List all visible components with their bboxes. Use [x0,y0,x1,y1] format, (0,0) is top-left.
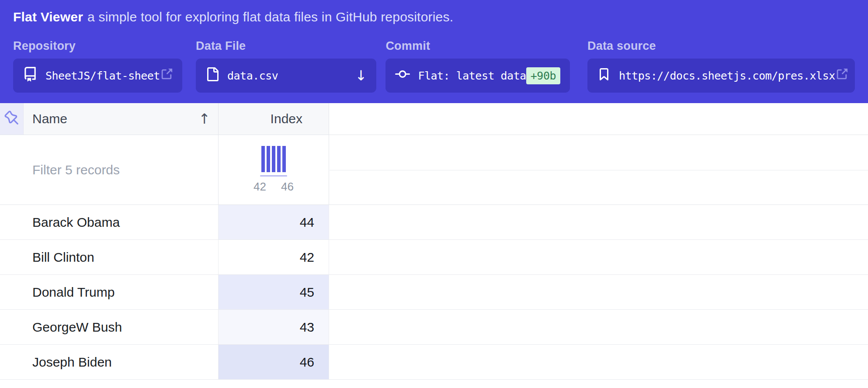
histogram-bar [282,146,286,172]
commit-icon [395,67,410,84]
table-row: Donald Trump 45 [0,275,868,310]
commit-diff-badge: +90b [526,67,560,84]
commit-button[interactable]: Flat: latest data +90b [385,59,570,93]
row-empty-area [329,275,868,309]
index-cell: 43 [219,310,329,344]
name-cell: Bill Clinton [0,240,219,274]
table-body: Barack Obama 44 Bill Clinton 42 Donald T… [0,205,868,380]
name-cell: GeorgeW Bush [0,310,219,344]
data-file-group: Data File data.csv ↓ [196,39,376,93]
histogram-bar [267,146,270,172]
data-source-url: https://docs.sheetjs.com/pres.xlsx [619,69,835,82]
pushpin-icon [4,111,19,127]
commit-message: Flat: latest data [418,69,526,82]
commit-group: Commit Flat: latest data +90b [385,39,570,93]
bookmark-icon [597,67,611,84]
repository-button[interactable]: SheetJS/flat-sheet [13,59,182,93]
grid-line [330,170,868,170]
row-empty-area [329,240,868,274]
histogram-bar [277,146,281,172]
external-link-icon [160,68,173,83]
table-row: GeorgeW Bush 43 [0,310,868,345]
row-empty-area [329,310,868,344]
data-file-value: data.csv [227,69,278,82]
index-cell: 44 [219,205,329,239]
row-empty-area [329,345,868,379]
file-icon [205,67,219,84]
name-cell: Joseph Biden [0,345,219,379]
repository-group: Repository SheetJS/flat-sheet [13,39,182,93]
filter-input[interactable] [0,135,218,204]
repo-icon [23,67,38,84]
table-header-empty-area [329,103,868,135]
data-source-group: Data source https://docs.sheetjs.com/pre… [587,39,855,93]
name-cell: Barack Obama [0,205,219,239]
column-header-name[interactable]: Name ↑ [24,103,219,135]
data-source-link[interactable]: https://docs.sheetjs.com/pres.xlsx [587,59,855,93]
index-cell: 45 [219,275,329,309]
pin-column-toggle[interactable] [0,103,24,135]
histogram-min-label: 42 [253,180,266,194]
app-header: Flat Viewera simple tool for exploring f… [0,0,868,103]
column-header-index[interactable]: Index [219,103,329,135]
page-title: Flat Viewer [13,10,83,24]
sort-ascending-icon: ↑ [198,112,210,126]
flat-viewer-app: Flat Viewera simple tool for exploring f… [0,0,868,388]
filter-row: 42 46 [0,135,868,205]
data-file-select[interactable]: data.csv ↓ [196,59,376,93]
repository-label: Repository [13,39,182,53]
column-header-index-label: Index [271,111,302,126]
table-row: Barack Obama 44 [0,205,868,240]
index-histogram[interactable]: 42 46 [219,135,329,204]
data-source-label: Data source [587,39,855,53]
histogram-max-label: 46 [281,180,294,194]
name-cell: Donald Trump [0,275,219,309]
row-empty-area [329,205,868,239]
histogram-axis [260,175,287,177]
histogram-bar [261,146,265,172]
histogram-bars [261,146,286,172]
filter-name-cell [0,135,219,204]
table-row: Joseph Biden 46 [0,345,868,380]
table-row: Bill Clinton 42 [0,240,868,275]
table-header-row: Name ↑ Index [0,103,868,135]
data-file-label: Data File [196,39,376,53]
histogram-bar [272,146,275,172]
page-subtitle: a simple tool for exploring flat data fi… [87,10,453,24]
index-cell: 46 [219,345,329,379]
commit-label: Commit [385,39,570,53]
index-cell: 42 [219,240,329,274]
external-link-icon [835,68,848,83]
title-row: Flat Viewera simple tool for exploring f… [13,10,855,24]
histogram-labels: 42 46 [253,180,294,194]
header-controls: Repository SheetJS/flat-sheet Data File [13,39,855,93]
repository-value: SheetJS/flat-sheet [45,69,160,82]
arrow-down-icon: ↓ [355,69,367,83]
column-header-name-label: Name [32,111,67,126]
